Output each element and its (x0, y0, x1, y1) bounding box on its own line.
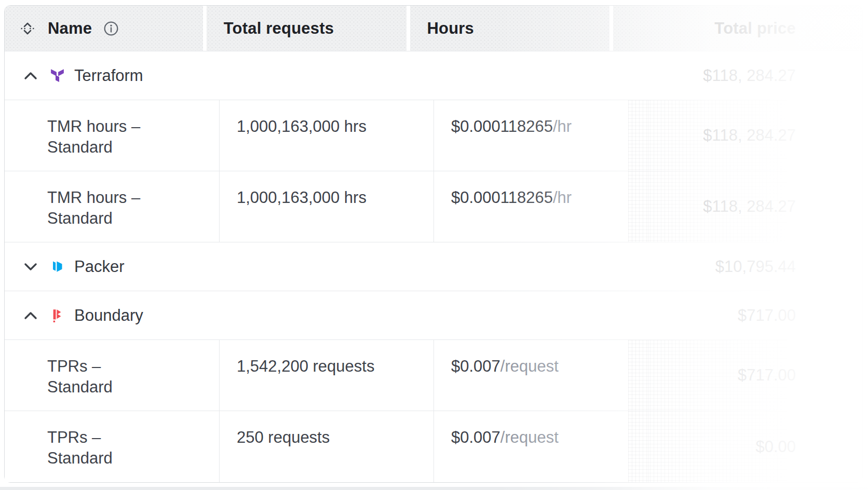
hours-cell: $0.000118265/hr (433, 171, 648, 242)
terraform-logo-icon (50, 69, 64, 83)
total-requests-cell: 1,000,163,000 hrs (219, 100, 433, 171)
column-label-hours: Hours (427, 19, 474, 38)
product-name: Terraform (74, 66, 143, 85)
row-toggle-button[interactable] (23, 71, 38, 81)
total-requests-cell: 1,000,163,000 hrs (219, 171, 433, 242)
total-requests-cell: 1,542,200 requests (219, 340, 433, 411)
total-price-value: $717.00 (738, 306, 796, 325)
chevron-down-icon (24, 263, 37, 271)
total-requests-cell: 250 requests (219, 411, 433, 482)
category-name-cell: Packer (5, 257, 648, 276)
product-name: Packer (74, 257, 124, 276)
rate-unit: /request (500, 357, 559, 375)
chevron-up-icon (24, 311, 37, 320)
hours-cell: $0.007/request (433, 411, 648, 482)
total-price-cell: $118, 284.27 (648, 100, 862, 171)
total-price-value: $717.00 (738, 365, 796, 386)
total-price-cell: $717.00 (648, 340, 862, 411)
table-row: TMR hours – Standard 1,000,163,000 hrs $… (5, 171, 862, 242)
info-icon[interactable] (103, 21, 119, 36)
total-price-value: $10,795.44 (715, 257, 796, 276)
table-row: TPRs – Standard 1,542,200 requests $0.00… (5, 340, 862, 411)
bottom-edge-strip (0, 487, 868, 490)
column-label-total-price: Total price (714, 19, 796, 38)
column-header-total-price: Total price (613, 6, 862, 51)
item-name-cell: TPRs – Standard (5, 340, 219, 411)
product-name: Boundary (74, 306, 143, 325)
item-name: TPRs – Standard (47, 427, 157, 469)
table-row: TPRs – Standard 250 requests $0.007/requ… (5, 411, 862, 482)
column-label-total-requests: Total requests (224, 19, 334, 38)
boundary-logo-icon (50, 308, 64, 322)
total-price-cell: $717.00 (648, 306, 862, 325)
column-header-name: Name (5, 6, 203, 51)
rate-unit: /hr (553, 117, 572, 135)
item-name-cell: TPRs – Standard (5, 411, 219, 482)
category-row[interactable]: Terraform $118, 284.27 (5, 51, 862, 100)
total-price-cell: $0.00 (648, 411, 862, 482)
item-name: TPRs – Standard (47, 356, 157, 398)
column-header-total-requests: Total requests (207, 6, 406, 51)
hours-cell: $0.007/request (433, 340, 648, 411)
category-row[interactable]: Boundary $717.00 (5, 291, 862, 340)
drag-handle-icon[interactable] (20, 21, 35, 36)
usage-table: Name Total requests Hours Total price (4, 5, 863, 483)
rate-value: $0.007 (451, 357, 500, 375)
row-toggle-button[interactable] (23, 262, 38, 272)
total-requests-value: 1,542,200 requests (237, 357, 374, 375)
item-name: TMR hours – Standard (47, 187, 157, 229)
table-header: Name Total requests Hours Total price (5, 6, 862, 51)
rate-value: $0.000118265 (451, 117, 553, 135)
item-name: TMR hours – Standard (47, 116, 157, 158)
total-price-value: $118, 284.27 (703, 66, 796, 85)
category-row[interactable]: Packer $10,795.44 (5, 242, 862, 291)
total-price-cell: $10,795.44 (648, 257, 862, 276)
column-header-hours: Hours (410, 6, 610, 51)
rate-unit: /hr (553, 188, 572, 207)
total-requests-value: 1,000,163,000 hrs (237, 117, 367, 135)
column-label-name: Name (48, 19, 92, 38)
table-body: Terraform $118, 284.27 TMR hours – Stand… (5, 51, 862, 482)
category-name-cell: Terraform (5, 66, 648, 85)
item-name-cell: TMR hours – Standard (5, 171, 219, 242)
total-requests-value: 1,000,163,000 hrs (237, 188, 367, 207)
total-requests-value: 250 requests (237, 428, 330, 446)
chevron-up-icon (24, 72, 37, 80)
total-price-cell: $118, 284.27 (648, 66, 862, 85)
hours-cell: $0.000118265/hr (433, 100, 648, 171)
table-row: TMR hours – Standard 1,000,163,000 hrs $… (5, 100, 862, 171)
total-price-value: $0.00 (755, 437, 796, 457)
rate-unit: /request (500, 428, 559, 446)
row-toggle-button[interactable] (23, 310, 38, 321)
total-price-value: $118, 284.27 (703, 125, 796, 146)
rate-value: $0.007 (451, 428, 500, 446)
total-price-value: $118, 284.27 (703, 196, 796, 217)
item-name-cell: TMR hours – Standard (5, 100, 219, 171)
total-price-cell: $118, 284.27 (648, 171, 862, 242)
packer-logo-icon (50, 260, 64, 274)
rate-value: $0.000118265 (451, 188, 553, 207)
category-name-cell: Boundary (5, 306, 648, 325)
